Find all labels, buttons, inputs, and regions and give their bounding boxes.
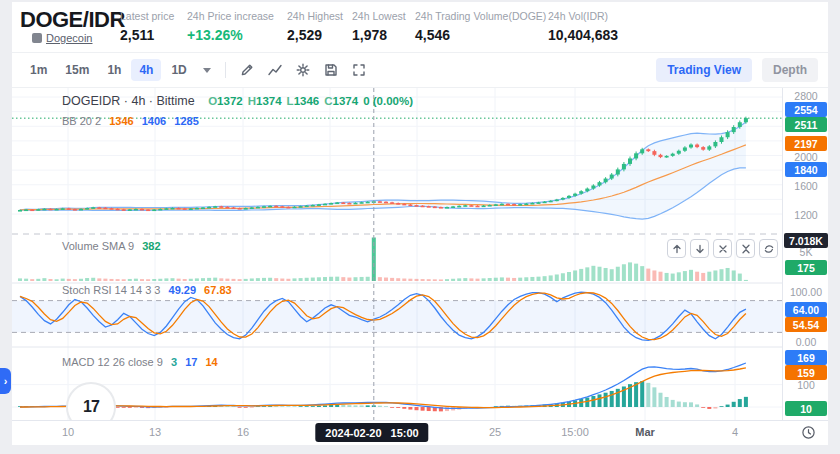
time-label-month: Mar <box>635 426 655 438</box>
time-label: 16 <box>237 426 249 438</box>
fullscreen-icon[interactable] <box>346 58 372 82</box>
toolbar-divider <box>225 62 226 78</box>
interval-1m[interactable]: 1m <box>22 59 55 81</box>
dogecoin-icon <box>32 33 42 43</box>
save-icon[interactable] <box>318 58 344 82</box>
volume-legend: Volume SMA 9 382 <box>62 240 161 252</box>
volume-crosshair-badge: 7.018K <box>784 233 828 248</box>
bb-basis-badge: 2197 <box>785 136 827 151</box>
pane-move-up-button[interactable] <box>667 239 686 258</box>
stat-24h-volume-doge: 24h Trading Volume(DOGE) 4,546 <box>415 10 546 43</box>
panel-expander[interactable]: › <box>0 368 11 394</box>
time-label: 13 <box>149 426 161 438</box>
tab-trading-view[interactable]: Trading View <box>656 58 752 82</box>
coin-link[interactable]: Dogecoin <box>46 32 92 44</box>
price-axis[interactable]: 2800 2400 2000 1600 1200 2554 2511 2197 … <box>782 88 828 420</box>
pane-close-button[interactable] <box>713 239 732 258</box>
stat-24h-highest: 24h Highest 2,529 <box>287 10 343 43</box>
price-tick: 1200 <box>783 209 828 221</box>
lower-band-badge: 1840 <box>785 162 827 177</box>
tab-depth[interactable]: Depth <box>762 58 818 82</box>
time-label: 25 <box>489 426 501 438</box>
price-tick: 1600 <box>783 180 828 192</box>
macd-legend: MACD 12 26 close 9 3 17 14 <box>62 356 218 368</box>
stat-latest-price: Latest price 2,511 <box>120 10 174 43</box>
pane-collapse-button[interactable] <box>736 239 755 258</box>
draw-icon[interactable] <box>234 58 260 82</box>
stat-price-increase: 24h Price increase +13.26% <box>187 10 274 43</box>
time-axis[interactable]: 10 13 16 25 15:00 Mar 4 2024-02-20 15:00 <box>12 420 828 445</box>
macd-line-badge: 169 <box>785 350 827 365</box>
last-price-badge: 2511 <box>785 117 827 132</box>
pane-move-down-button[interactable] <box>690 239 709 258</box>
time-label: 4 <box>732 426 738 438</box>
timezone-clock-icon[interactable] <box>801 425 816 444</box>
time-label: 10 <box>62 426 74 438</box>
interval-15m[interactable]: 15m <box>57 59 97 81</box>
indicator-icon[interactable] <box>262 58 288 82</box>
market-header: DOGE/IDR Dogecoin Latest price 2,511 24h… <box>12 2 828 53</box>
interval-4h[interactable]: 4h <box>131 59 161 81</box>
interval-dropdown-icon[interactable] <box>203 68 211 73</box>
trading-card: DOGE/IDR Dogecoin Latest price 2,511 24h… <box>12 2 828 445</box>
bollinger-legend: BB 20 2 1346 1406 1285 <box>62 115 199 127</box>
pane-controls <box>667 239 778 258</box>
chart-area[interactable]: DOGEIDR · 4h · Bittime O1372H1374L1346C1… <box>12 88 828 420</box>
stoch-bottom-tick: 0.00 <box>783 336 828 348</box>
trading-page: { "header": { "pair": "DOGE/IDR", "coin_… <box>0 0 840 454</box>
settings-icon[interactable] <box>290 58 316 82</box>
chart-toolbar: 1m 15m 1h 4h 1D Trading View Depth <box>12 53 828 88</box>
upper-band-badge: 2554 <box>785 102 827 117</box>
interval-1d[interactable]: 1D <box>163 59 194 81</box>
crosshair-time-tooltip: 2024-02-20 15:00 <box>315 423 428 442</box>
stoch-k-badge: 64.00 <box>785 302 827 317</box>
stat-24h-lowest: 24h Lowest 1,978 <box>352 10 406 43</box>
time-label: 15:00 <box>561 426 589 438</box>
symbol-legend: DOGEIDR · 4h · Bittime O1372H1374L1346C1… <box>62 94 418 108</box>
pane-maximize-button[interactable] <box>759 239 778 258</box>
ohlc-legend: O1372H1374L1346C13740 (0.00%) <box>208 95 418 107</box>
interval-1h[interactable]: 1h <box>99 59 129 81</box>
price-tick: 2800 <box>783 90 828 102</box>
macd-tick: 100 <box>783 379 828 391</box>
stoch-rsi-legend: Stoch RSI 14 14 3 3 49.29 67.83 <box>62 284 232 296</box>
volume-last-badge: 175 <box>785 260 827 275</box>
stoch-d-badge: 54.54 <box>785 317 827 332</box>
pair-title: DOGE/IDR <box>20 7 125 33</box>
macd-signal-badge: 159 <box>785 365 827 380</box>
stat-24h-vol-idr: 24h Vol(IDR) 10,404,683 <box>548 10 618 43</box>
stoch-top-tick: 100.00 <box>783 286 828 298</box>
macd-hist-badge: 10 <box>785 401 827 416</box>
